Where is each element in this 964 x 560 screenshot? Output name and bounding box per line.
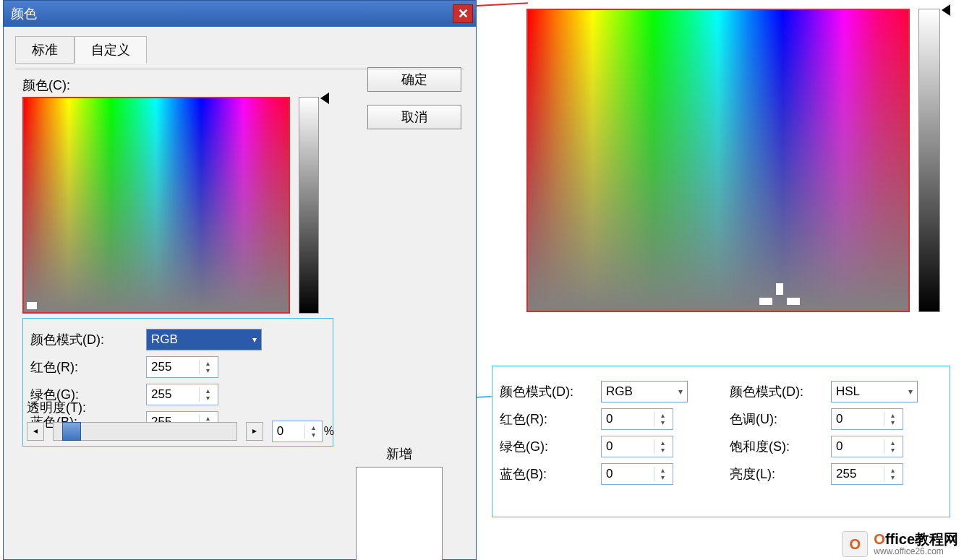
rgb-g-stepper[interactable]: ▴▾ — [654, 439, 671, 454]
watermark-icon: O — [842, 531, 868, 557]
mode-label: 颜色模式(D): — [30, 331, 146, 348]
hsl-mode-label: 颜色模式(D): — [730, 383, 831, 400]
tab-standard[interactable]: 标准 — [15, 36, 74, 64]
hsl-s-spin[interactable]: ▴▾ — [831, 436, 903, 457]
transparency-input[interactable] — [273, 424, 304, 439]
rgb-g-input[interactable] — [602, 439, 654, 454]
transparency-unit: % — [324, 425, 334, 438]
big-gray-overlay — [528, 10, 908, 311]
watermark-brand: Office教程网 — [874, 531, 958, 547]
rgb-mode-label: 颜色模式(D): — [500, 383, 601, 400]
hsl-l-spin[interactable]: ▴▾ — [831, 463, 903, 485]
rgb-mode-value: RGB — [606, 384, 633, 399]
luminance-pointer — [320, 92, 329, 104]
hsl-mode-select[interactable]: HSL ▾ — [831, 381, 918, 402]
preview-box: 新增 当前 — [356, 445, 443, 560]
slider-right-icon[interactable]: ▸ — [246, 422, 263, 441]
gray-overlay — [24, 98, 289, 312]
chevron-down-icon: ▾ — [252, 335, 257, 345]
rgb-r-input[interactable] — [602, 412, 654, 426]
red-input[interactable] — [147, 360, 199, 374]
luminance-bar[interactable] — [299, 97, 319, 314]
transparency-slider[interactable] — [53, 422, 237, 441]
hsl-l-stepper[interactable]: ▴▾ — [884, 467, 901, 481]
rgb-g-spin[interactable]: ▴▾ — [601, 436, 673, 457]
hsl-column: 颜色模式(D): HSL ▾ 色调(U): ▴▾ 饱和度(S): ▴▾ 亮度(L… — [730, 375, 942, 508]
preview-new-swatch — [357, 468, 442, 521]
rgb-column: 颜色模式(D): RGB ▾ 红色(R): ▴▾ 绿色(G): ▴▾ 蓝色(B)… — [500, 375, 712, 508]
colors-label: 颜色(C): — [22, 77, 457, 94]
red-label: 红色(R): — [30, 358, 146, 376]
hsl-s-input[interactable] — [832, 439, 884, 454]
big-luminance-bar — [918, 9, 940, 312]
rgb-b-input[interactable] — [602, 467, 654, 481]
big-cursor — [759, 283, 800, 305]
transparency-stepper[interactable]: ▴▾ — [304, 424, 322, 439]
rgb-r-spin[interactable]: ▴▾ — [601, 408, 673, 430]
tabs: 标准 自定义 — [15, 35, 464, 63]
red-stepper[interactable]: ▴▾ — [199, 360, 216, 374]
slider-left-icon[interactable]: ◂ — [27, 422, 44, 441]
rgb-g-label: 绿色(G): — [500, 438, 601, 455]
transparency-label: 透明度(T): — [27, 399, 334, 416]
hsl-h-label: 色调(U): — [730, 410, 831, 428]
preview-current-swatch — [357, 521, 442, 560]
mode-value: RGB — [151, 332, 178, 347]
rgb-r-stepper[interactable]: ▴▾ — [654, 412, 671, 426]
hsl-h-input[interactable] — [832, 412, 884, 426]
watermark: O Office教程网 www.office26.com — [842, 531, 958, 557]
dialog-title: 颜色 — [11, 5, 37, 22]
red-spin[interactable]: ▴▾ — [146, 356, 218, 378]
hsl-s-label: 饱和度(S): — [730, 438, 831, 455]
rgb-mode-select[interactable]: RGB ▾ — [601, 381, 688, 402]
rgb-b-stepper[interactable]: ▴▾ — [654, 467, 671, 481]
big-luminance-pointer — [942, 4, 950, 16]
color-cursor — [27, 302, 37, 309]
titlebar: 颜色 ✕ — [4, 1, 476, 27]
hsl-mode-value: HSL — [836, 384, 860, 399]
hsl-s-stepper[interactable]: ▴▾ — [884, 439, 901, 454]
chevron-down-icon: ▾ — [678, 387, 683, 397]
rgb-r-label: 红色(R): — [500, 410, 601, 428]
hsl-l-label: 亮度(L): — [730, 465, 831, 483]
hsl-h-spin[interactable]: ▴▾ — [831, 408, 903, 430]
watermark-url: www.office26.com — [874, 547, 958, 556]
hsl-l-input[interactable] — [832, 467, 884, 481]
slider-thumb[interactable] — [62, 422, 81, 441]
color-field[interactable] — [22, 97, 290, 314]
rgb-b-label: 蓝色(B): — [500, 465, 601, 483]
tab-custom[interactable]: 自定义 — [74, 36, 147, 64]
rgb-b-spin[interactable]: ▴▾ — [601, 463, 673, 485]
hsl-h-stepper[interactable]: ▴▾ — [884, 412, 901, 426]
transparency-spin[interactable]: ▴▾ — [272, 421, 323, 442]
close-icon[interactable]: ✕ — [453, 4, 473, 23]
big-color-field — [526, 9, 910, 312]
mode-select[interactable]: RGB ▾ — [146, 329, 262, 350]
preview-new-label: 新增 — [356, 445, 443, 462]
chevron-down-icon: ▾ — [908, 387, 913, 397]
color-dialog: 颜色 ✕ 标准 自定义 确定 取消 颜色(C): — [3, 0, 477, 560]
modes-panel: 颜色模式(D): RGB ▾ 红色(R): ▴▾ 绿色(G): ▴▾ 蓝色(B)… — [492, 366, 950, 517]
